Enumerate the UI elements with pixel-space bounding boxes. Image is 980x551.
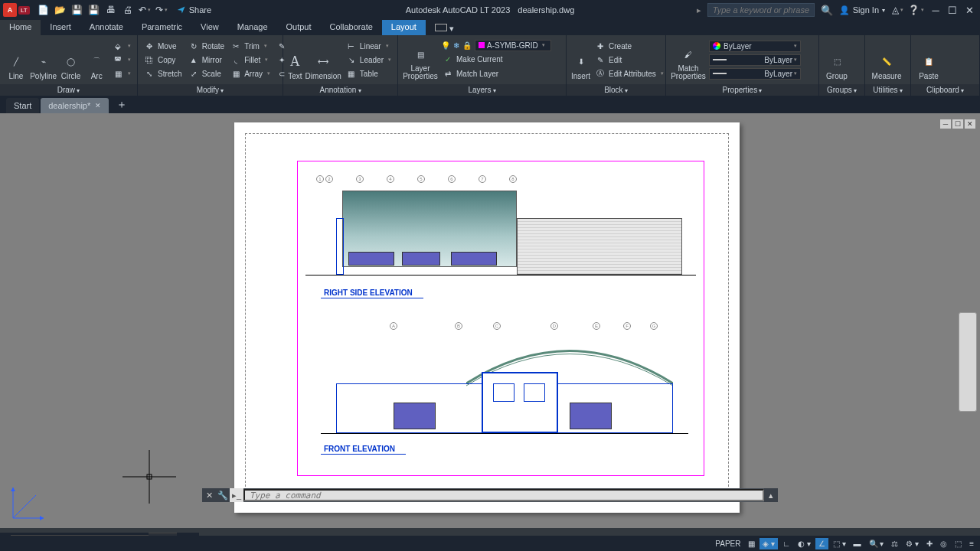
anno-scale-icon[interactable]: ⚖ [888,538,901,549]
tab-manage[interactable]: Manage [228,20,277,35]
panel-block-title[interactable]: Block [567,84,665,96]
layer-combo[interactable]: A-SYMB-GRID [475,40,551,51]
panel-groups-title[interactable]: Groups [819,84,864,96]
ortho-toggle-icon[interactable]: ∟ [779,538,793,549]
cmd-prompt-icon[interactable]: ▸_ [230,488,243,502]
misc-draw-1[interactable]: ⬙ [111,40,132,52]
circle-button[interactable]: ◯Circle [60,37,83,82]
arc-button[interactable]: ⌒Arc [85,37,108,82]
vp-minimize-icon[interactable]: ─ [940,119,951,129]
undo-icon[interactable]: ↶ [139,4,151,16]
snap-toggle-icon[interactable]: ◈ ▾ [760,538,778,549]
otrack-toggle-icon[interactable]: ⬚ ▾ [830,538,849,549]
tab-insert[interactable]: Insert [41,20,80,35]
table-button[interactable]: ▦Table [345,67,393,80]
tab-layout[interactable]: Layout [382,20,426,35]
osnap-toggle-icon[interactable]: ∠ [815,538,828,549]
edit-attrs-button[interactable]: ⒶEdit Attributes [593,67,665,80]
layer-lock-icon[interactable]: 🔒 [462,41,472,50]
workspace-icon[interactable]: ⚙ ▾ [903,538,922,549]
print-icon[interactable]: 🖨 [122,4,134,16]
status-mode[interactable]: PAPER [712,538,743,549]
search-icon[interactable]: 🔍 [821,5,833,16]
linetype-combo[interactable]: ByLayer [709,68,801,80]
tab-home[interactable]: Home [0,20,41,35]
panel-layers-title[interactable]: Layers [398,84,566,96]
text-button[interactable]: AText [288,37,302,82]
close-icon[interactable]: ✕ [962,4,977,16]
cmd-config-icon[interactable]: 🔧 [216,488,230,502]
panel-clipboard-title[interactable]: Clipboard [911,84,979,96]
scale-button[interactable]: ⤢Scale [187,67,226,80]
misc-draw-3[interactable]: ▦ [111,67,132,80]
command-input[interactable] [243,489,764,501]
search-input[interactable] [707,3,815,17]
line-button[interactable]: ╱Line [5,37,28,82]
vp-maximize-icon[interactable]: ☐ [952,119,963,129]
polyline-button[interactable]: ⌁Polyline [31,37,57,82]
panel-modify-title[interactable]: Modify [138,84,283,96]
vp-close-icon[interactable]: ✕ [965,119,975,129]
anno-monitor-icon[interactable]: ✚ [923,538,936,549]
navigation-bar[interactable] [959,312,977,412]
tab-start[interactable]: Start [6,98,39,113]
rotate-button[interactable]: ↻Rotate [187,40,226,52]
signin-button[interactable]: 👤 Sign In ▾ [839,5,885,15]
linear-button[interactable]: ⊢Linear [345,40,393,52]
fillet-button[interactable]: ◟Fillet [229,54,272,66]
tab-annotate[interactable]: Annotate [80,20,132,35]
make-current-button[interactable]: ✓Make Current [441,54,551,66]
lineweight-combo[interactable]: ByLayer [709,54,801,66]
scale-icon[interactable]: 🔍 ▾ [866,538,887,549]
redo-icon[interactable]: ↷ [155,4,168,16]
minimize-icon[interactable]: ─ [928,4,943,16]
customize-icon[interactable]: ≡ [966,538,977,549]
add-tab-button[interactable]: ＋ [110,96,133,113]
layout-viewport[interactable]: 1 2 3 4 5 6 7 8 RIGHT SIDE ELEVATION [297,161,704,476]
help-icon[interactable]: ❔ [910,4,922,16]
tab-view[interactable]: View [191,20,228,35]
array-button[interactable]: ▦Array [229,67,272,80]
measure-button[interactable]: 📏Measure [870,37,903,82]
paste-button[interactable]: 📋Paste [916,37,942,82]
autodesk-app-icon[interactable]: ◬ [891,4,903,16]
insert-block-button[interactable]: ⬇Insert [571,37,590,82]
tab-parametric[interactable]: Parametric [132,20,191,35]
cmd-history-icon[interactable]: ▴ [764,488,778,502]
panel-utilities-title[interactable]: Utilities [865,84,910,96]
app-icon[interactable]: A [3,3,17,17]
mirror-button[interactable]: ▲Mirror [187,54,226,66]
tab-file[interactable]: dealership*✕ [41,98,109,113]
maximize-icon[interactable]: ☐ [945,4,960,16]
leader-button[interactable]: ↘Leader [345,54,393,66]
plot-icon[interactable]: 🖶 [105,4,117,16]
create-block-button[interactable]: ✚Create [593,40,665,52]
hardware-accel-icon[interactable]: ⬚ [952,538,965,549]
isolate-icon[interactable]: ◎ [937,538,950,549]
drawing-canvas[interactable]: ─ ☐ ✕ 1 2 3 4 5 6 7 8 [0,113,980,528]
share-button[interactable]: Share [177,5,211,15]
stretch-button[interactable]: ⤡Stretch [142,67,184,80]
color-combo[interactable]: ByLayer [709,41,801,52]
move-button[interactable]: ✥Move [142,40,184,52]
panel-annotation-title[interactable]: Annotation [283,84,397,96]
lineweight-toggle-icon[interactable]: ▬ [851,538,864,549]
panel-draw-title[interactable]: Draw [0,84,137,96]
tab-output[interactable]: Output [277,20,321,35]
new-icon[interactable]: 📄 [38,4,50,16]
polar-toggle-icon[interactable]: ◐ ▾ [795,538,814,549]
copy-button[interactable]: ⿻Copy [142,54,184,66]
trim-button[interactable]: ✂Trim [229,40,272,52]
layer-properties-button[interactable]: ▤Layer Properties [403,37,438,82]
match-properties-button[interactable]: 🖌Match Properties [671,37,706,82]
save-icon[interactable]: 💾 [71,4,83,16]
layer-bulb-icon[interactable]: 💡 [441,41,450,50]
tab-express[interactable]: ▾ [426,20,463,35]
layer-freeze-icon[interactable]: ❄ [453,41,459,50]
saveas-icon[interactable]: 💾 [88,4,100,16]
close-tab-icon[interactable]: ✕ [95,102,101,109]
tab-collaborate[interactable]: Collaborate [321,20,382,35]
group-button[interactable]: ⬚Group [824,37,850,82]
panel-properties-title[interactable]: Properties [666,84,818,96]
grid-toggle-icon[interactable]: ▦ [745,538,758,549]
